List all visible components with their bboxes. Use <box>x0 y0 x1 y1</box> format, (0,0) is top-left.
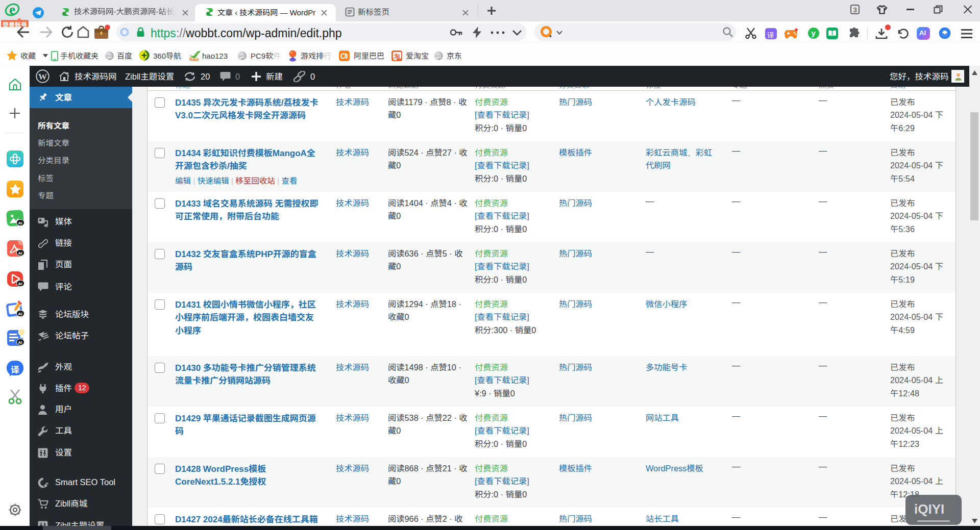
svg-text:hao: hao <box>189 56 199 62</box>
svg-text:W: W <box>38 72 47 82</box>
svg-text:e: e <box>9 2 15 17</box>
